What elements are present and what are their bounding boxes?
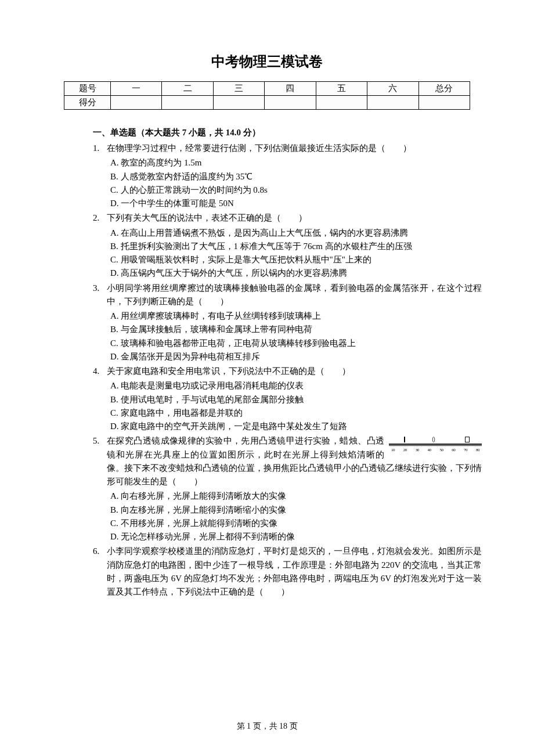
score-col: 总分 <box>418 82 470 96</box>
question-2: 2. 下列有关大气压的说法中，表述不正确的是（ ） A. 在高山上用普通锅煮不熟… <box>93 211 488 280</box>
question-4: 4. 关于家庭电路和安全用电常识，下列说法中不正确的是（ ） A. 电能表是测量… <box>93 365 488 433</box>
question-3: 3. 小明同学将用丝绸摩擦过的玻璃棒接触验电器的金属球，看到验电器的金属箔张开，… <box>93 282 488 364</box>
question-option: A. 教室的高度约为 1.5m <box>107 156 482 170</box>
question-option: A. 在高山上用普通锅煮不熟饭，是因为高山上大气压低，锅内的水更容易沸腾 <box>107 226 482 240</box>
score-col: 五 <box>316 82 367 96</box>
question-number: 3. <box>93 282 107 364</box>
question-option: A. 向右移光屏，光屏上能得到清晰放大的实像 <box>107 489 482 503</box>
question-option: B. 与金属球接触后，玻璃棒和金属球上带有同种电荷 <box>107 323 482 336</box>
question-option: D. 一个中学生的体重可能是 50N <box>107 197 482 210</box>
question-option: C. 家庭电路中，用电器都是并联的 <box>107 406 482 420</box>
question-1: 1. 在物理学习过程中，经常要进行估测，下列估测值最接近生活实际的是（ ） A.… <box>93 142 488 210</box>
score-cell <box>418 96 470 110</box>
score-col: 六 <box>367 82 418 96</box>
score-col: 二 <box>162 82 213 96</box>
page-title: 中考物理三模试卷 <box>46 52 488 71</box>
page-footer: 第 1 页，共 18 页 <box>0 721 534 732</box>
question-stem: 在物理学习过程中，经常要进行估测，下列估测值最接近生活实际的是（ ） <box>107 142 482 155</box>
ruler-mark: 20 <box>403 447 407 453</box>
score-col: 一 <box>111 82 162 96</box>
score-col: 三 <box>213 82 264 96</box>
question-option: C. 玻璃棒和验电器都带正电荷，正电荷从玻璃棒转移到验电器上 <box>107 337 482 350</box>
question-option: D. 高压锅内气压大于锅外的大气压，所以锅内的水更容易沸腾 <box>107 267 482 280</box>
score-cell <box>213 96 264 110</box>
question-number: 6. <box>93 545 107 600</box>
score-cell <box>111 96 162 110</box>
ruler-mark: 30 <box>416 447 419 453</box>
question-option: D. 家庭电路中的空气开关跳闸，一定是电路中某处发生了短路 <box>107 420 482 433</box>
ruler-mark: 60 <box>452 447 455 453</box>
question-option: A. 电能表是测量电功或记录用电器消耗电能的仪表 <box>107 379 482 393</box>
question-option: B. 人感觉教室内舒适的温度约为 35℃ <box>107 170 482 183</box>
score-cell <box>367 96 418 110</box>
question-stem: 下列有关大气压的说法中，表述不正确的是（ ） <box>107 211 482 225</box>
score-cell <box>316 96 367 110</box>
question-number: 5. <box>93 434 107 543</box>
ruler-mark: 50 <box>439 447 443 453</box>
score-cell <box>265 96 316 110</box>
ruler-mark: 10 <box>391 447 395 453</box>
question-stem: 小李同学观察学校楼道里的消防应急灯，平时灯是熄灭的，一旦停电，灯泡就会发光。如图… <box>107 545 482 599</box>
question-option: C. 不用移光屏，光屏上就能得到清晰的实像 <box>107 517 482 530</box>
question-stem: 关于家庭电路和安全用电常识，下列说法中不正确的是（ ） <box>107 365 482 378</box>
question-6: 6. 小李同学观察学校楼道里的消防应急灯，平时灯是熄灭的，一旦停电，灯泡就会发光… <box>93 545 488 600</box>
question-number: 4. <box>93 365 107 433</box>
score-table: 题号 一 二 三 四 五 六 总分 得分 <box>64 81 470 110</box>
ruler-mark: 70 <box>464 447 467 453</box>
question-option: B. 托里拆利实验测出了大气压，1 标准大气压等于 76cm 高的水银柱产生的压… <box>107 240 482 253</box>
section-header: 一、单选题（本大题共 7 小题，共 14.0 分） <box>93 127 488 138</box>
ruler-mark: 40 <box>428 447 431 453</box>
question-5: 5. 10 20 30 40 50 60 70 80 在探究凸透镜成像规律的实验… <box>93 434 488 543</box>
question-option: C. 用吸管喝瓶装饮料时，实际上是靠大气压把饮料从瓶中"压"上来的 <box>107 253 482 267</box>
ruler-mark: 80 <box>476 447 479 453</box>
score-col: 四 <box>265 82 316 96</box>
question-number: 2. <box>93 211 107 280</box>
score-row-label: 得分 <box>64 96 111 110</box>
score-cell <box>162 96 213 110</box>
question-option: D. 金属箔张开是因为异种电荷相互排斥 <box>107 350 482 363</box>
score-header-label: 题号 <box>64 82 111 96</box>
question-option: B. 向左移光屏，光屏上能得到清晰缩小的实像 <box>107 503 482 517</box>
question-option: B. 使用试电笔时，手与试电笔的尾部金属部分接触 <box>107 393 482 406</box>
optical-bench-diagram: 10 20 30 40 50 60 70 80 <box>389 435 482 456</box>
question-number: 1. <box>93 142 107 210</box>
question-option: A. 用丝绸摩擦玻璃棒时，有电子从丝绸转移到玻璃棒上 <box>107 309 482 323</box>
question-option: D. 无论怎样移动光屏，光屏上都得不到清晰的像 <box>107 530 482 543</box>
question-stem: 小明同学将用丝绸摩擦过的玻璃棒接触验电器的金属球，看到验电器的金属箔张开，在这个… <box>107 282 482 309</box>
question-option: C. 人的心脏正常跳动一次的时间约为 0.8s <box>107 183 482 197</box>
